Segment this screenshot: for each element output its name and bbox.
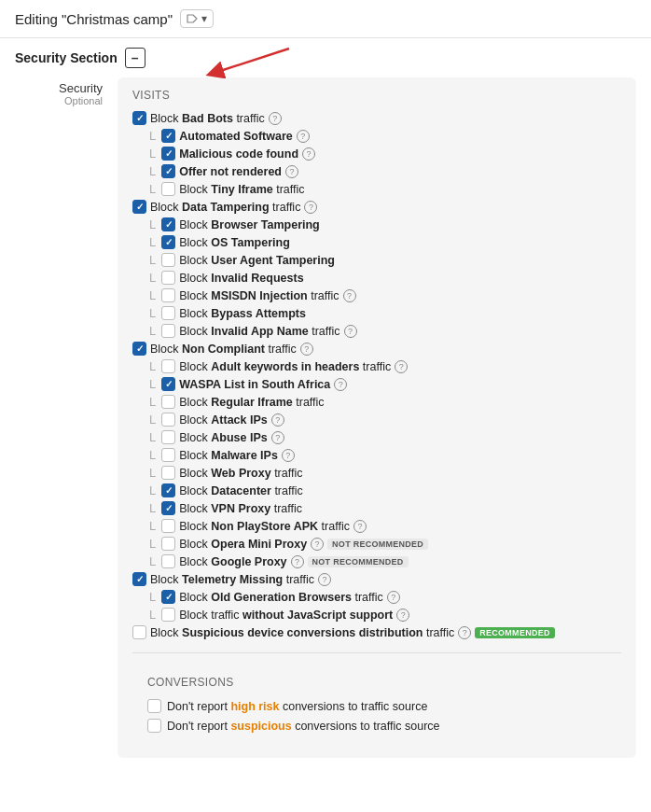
checkbox-telemetry-missing[interactable] [132,572,146,586]
row-user-agent-tampering: LBlock User Agent Tampering [132,251,621,269]
label-adult-keywords: Block Adult keywords in headers traffic [179,360,391,373]
checkbox-abuse-ips[interactable] [161,430,175,444]
checkbox-user-agent-tampering[interactable] [161,253,175,267]
tag-icon [187,13,200,24]
info-icon-adult-keywords[interactable]: ? [395,360,408,373]
info-icon-offer-not-rendered[interactable]: ? [285,165,298,178]
checkbox-suspicious-device[interactable] [132,625,146,639]
row-msisdn-injection: LBlock MSISDN Injection traffic? [132,287,621,304]
label-bad-bots: Block Bad Bots traffic [150,112,265,125]
label-google-proxy: Block Google Proxy [179,555,286,568]
conv-row-suspicious: Don't report suspicious conversions to t… [147,716,606,735]
collapse-button[interactable]: – [125,48,145,68]
checkbox-msisdn-injection[interactable] [161,288,175,302]
checkbox-web-proxy[interactable] [161,466,175,480]
label-automated-software: Automated Software [179,130,293,143]
label-web-proxy: Block Web Proxy traffic [179,467,302,480]
connector-regular-iframe: L [149,396,156,408]
checkbox-bad-bots[interactable] [132,111,146,125]
row-browser-tampering: LBlock Browser Tampering [132,216,621,233]
info-icon-attack-ips[interactable]: ? [271,413,284,427]
row-malware-ips: LBlock Malware IPs? [132,446,621,464]
info-icon-opera-mini-proxy[interactable]: ? [311,538,324,551]
checkbox-browser-tampering[interactable] [161,217,175,231]
checkbox-old-gen-browsers[interactable] [161,590,175,604]
row-regular-iframe: LBlock Regular Iframe traffic [132,393,621,411]
badge-opera-mini-proxy: NOT RECOMMENDED [327,539,428,550]
info-icon-malicious-code[interactable]: ? [302,147,315,161]
info-icon-data-tampering[interactable]: ? [304,201,317,214]
conv-suspicious-checkbox[interactable] [147,719,161,733]
label-malicious-code: Malicious code found [179,147,298,161]
info-icon-abuse-ips[interactable]: ? [271,431,284,444]
info-icon-suspicious-device[interactable]: ? [458,626,471,639]
checkbox-os-tampering[interactable] [161,235,175,249]
checkbox-tiny-iframe[interactable] [161,182,175,196]
security-rows: Block Bad Bots traffic?LAutomated Softwa… [132,109,621,641]
info-icon-no-js[interactable]: ? [396,609,409,622]
label-waspa-list: WASPA List in South Africa [179,378,330,391]
row-non-compliant: Block Non Compliant traffic? [132,340,621,357]
checkbox-opera-mini-proxy[interactable] [161,537,175,551]
label-suspicious-device: Block Suspicious device conversions dist… [150,626,454,639]
left-label: Security Optional [15,77,118,758]
label-non-playstore-apk: Block Non PlayStore APK traffic [179,520,350,533]
connector-old-gen-browsers: L [149,591,156,603]
checkbox-invalid-app-name[interactable] [161,324,175,338]
checkbox-invalid-requests[interactable] [161,271,175,285]
divider [132,652,621,653]
checkbox-attack-ips[interactable] [161,413,175,427]
checkbox-adult-keywords[interactable] [161,359,175,373]
info-icon-bad-bots[interactable]: ? [269,112,282,125]
checkbox-google-proxy[interactable] [161,554,175,568]
info-icon-non-compliant[interactable]: ? [300,343,313,356]
label-browser-tampering: Block Browser Tampering [179,218,320,231]
checkbox-non-compliant[interactable] [132,342,146,356]
label-old-gen-browsers: Block Old Generation Browsers traffic [179,591,383,604]
info-icon-waspa-list[interactable]: ? [334,378,347,391]
checkbox-automated-software[interactable] [161,129,175,143]
checkbox-offer-not-rendered[interactable] [161,164,175,178]
info-icon-invalid-app-name[interactable]: ? [344,325,357,338]
connector-google-proxy: L [149,555,156,567]
info-icon-automated-software[interactable]: ? [297,130,310,143]
connector-malware-ips: L [149,449,156,461]
tag-button[interactable]: ▾ [180,9,214,28]
row-automated-software: LAutomated Software? [132,127,621,145]
checkbox-waspa-list[interactable] [161,377,175,391]
checkbox-bypass-attempts[interactable] [161,306,175,320]
info-icon-msisdn-injection[interactable]: ? [343,289,356,302]
connector-browser-tampering: L [149,218,156,231]
row-tiny-iframe: LBlock Tiny Iframe traffic [132,180,621,198]
info-icon-malware-ips[interactable]: ? [282,449,295,462]
connector-waspa-list: L [149,378,156,390]
checkbox-vpn-proxy[interactable] [161,501,175,515]
checkbox-datacenter[interactable] [161,483,175,497]
security-panel: Visits Block Bad Bots traffic?LAutomated… [118,77,636,758]
connector-malicious-code: L [149,147,156,160]
info-icon-google-proxy[interactable]: ? [291,555,304,568]
row-attack-ips: LBlock Attack IPs? [132,411,621,428]
checkbox-regular-iframe[interactable] [161,395,175,409]
row-old-gen-browsers: LBlock Old Generation Browsers traffic? [132,588,621,606]
info-icon-old-gen-browsers[interactable]: ? [387,591,400,604]
badge-google-proxy: NOT RECOMMENDED [308,556,409,567]
info-icon-non-playstore-apk[interactable]: ? [353,520,367,533]
row-bypass-attempts: LBlock Bypass Attempts [132,304,621,322]
connector-no-js: L [149,609,156,621]
row-no-js: LBlock traffic without JavaScript suppor… [132,606,621,623]
label-bypass-attempts: Block Bypass Attempts [179,307,306,320]
connector-abuse-ips: L [149,431,156,443]
top-bar: Editing "Christmas camp" ▾ [0,0,651,38]
label-vpn-proxy: Block VPN Proxy traffic [179,502,302,515]
connector-msisdn-injection: L [149,289,156,301]
checkbox-data-tampering[interactable] [132,200,146,214]
checkbox-non-playstore-apk[interactable] [161,519,175,533]
connector-datacenter: L [149,484,156,497]
checkbox-no-js[interactable] [161,608,175,622]
row-adult-keywords: LBlock Adult keywords in headers traffic… [132,357,621,375]
checkbox-malware-ips[interactable] [161,448,175,462]
conv-high-risk-checkbox[interactable] [147,699,161,713]
checkbox-malicious-code[interactable] [161,147,175,161]
info-icon-telemetry-missing[interactable]: ? [318,573,331,586]
